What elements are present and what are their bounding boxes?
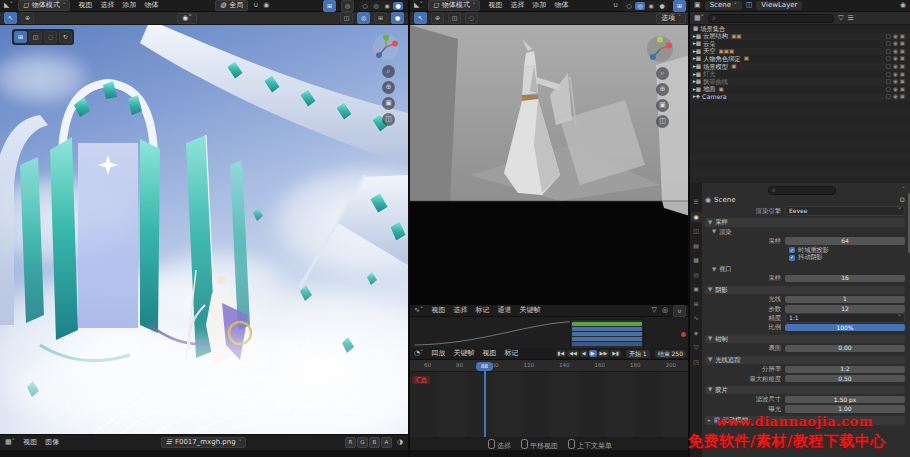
section-shadows[interactable]: ▼阴影 — [705, 286, 905, 295]
menu-item[interactable]: 通道 — [494, 306, 514, 315]
render-samples-field[interactable]: 64 — [785, 237, 905, 245]
display-settings-icon[interactable]: ◑ — [397, 439, 403, 446]
panel-divider[interactable] — [408, 0, 410, 457]
menu-item[interactable]: 视图 — [480, 349, 500, 358]
collection-icon[interactable]: ▸▦ — [693, 49, 701, 55]
properties-tab[interactable]: ▦ — [691, 255, 702, 265]
channel-toggle[interactable]: G — [357, 437, 368, 448]
menu-item[interactable]: 标记 — [472, 306, 492, 315]
nav-button[interactable]: ⌕ — [656, 67, 669, 80]
menu-item[interactable]: 选择 — [97, 1, 117, 10]
mode-dropdown[interactable]: ◻物体模式˅ — [18, 0, 71, 11]
tool-button[interactable]: ⊞ — [14, 31, 27, 43]
outliner-item-name[interactable]: 飘带曲线 — [703, 79, 728, 85]
graph-canvas[interactable] — [410, 317, 690, 349]
properties-tab[interactable]: ∿ — [691, 313, 702, 323]
outliner-item-name[interactable]: 人物角色绑定 — [703, 56, 741, 62]
menu-item[interactable]: 关键帧 — [516, 306, 543, 315]
chevron-down-icon[interactable]: ˅ — [902, 187, 905, 193]
steps-field[interactable]: 12 — [785, 305, 905, 313]
viewport-samples-field[interactable]: 16 — [785, 275, 905, 283]
shading-mode-button[interactable]: ◎ — [635, 2, 645, 10]
menu-item[interactable]: 回放 — [429, 349, 449, 358]
channel-row[interactable] — [572, 342, 642, 346]
section-raytracing[interactable]: ▼光线追踪 — [705, 356, 905, 365]
outliner-item-name[interactable]: 云朵 — [703, 41, 716, 47]
options-dropdown[interactable]: 选项˅ — [656, 13, 686, 24]
collection-icon[interactable]: ▸▦ — [693, 87, 701, 93]
collection-icon[interactable]: ▸▦ — [693, 64, 701, 70]
axis-gizmo[interactable] — [372, 33, 400, 61]
outliner-row[interactable]: ▸▦ 飘带曲线 ▢◉▣ — [690, 78, 910, 86]
shading-mode-button[interactable]: ○ — [624, 2, 634, 10]
playback-button[interactable]: ▶▶ — [598, 350, 610, 357]
menu-item[interactable]: 添加 — [119, 1, 139, 10]
visibility-toggles[interactable]: ▢◉▣ — [886, 72, 907, 78]
section-sampling[interactable]: ▼采样 — [705, 218, 905, 227]
pivot-dropdown[interactable]: ◉˅ — [177, 13, 197, 24]
image-name-dropdown[interactable]: ☰F0017_mxgh.png˅ — [161, 437, 247, 448]
properties-tab[interactable]: ⊞ — [691, 299, 702, 309]
proportional-edit-icon[interactable]: ◉ — [263, 2, 269, 9]
outliner-empty-area[interactable] — [690, 101, 910, 188]
scale-slider[interactable]: 100% — [785, 324, 905, 332]
new-collection-icon[interactable]: ☰ — [848, 15, 854, 22]
playback-button[interactable]: ◀ — [580, 350, 588, 357]
editor-type-icon[interactable]: ◣˅ — [414, 2, 423, 9]
properties-tab[interactable]: ◈ — [691, 328, 702, 338]
outliner-item-name[interactable]: 云层结构 — [703, 33, 728, 39]
section-clamp[interactable]: ▼钳制 — [705, 335, 905, 344]
viewlayer-selector[interactable]: ViewLayer — [756, 1, 802, 10]
shading-mode-button[interactable]: ◎ — [371, 2, 381, 10]
shading-mode-button[interactable]: ● — [657, 2, 667, 10]
visibility-toggles[interactable]: ▢◉▣ — [886, 94, 907, 100]
pin-icon[interactable]: ⊙ — [899, 197, 905, 204]
outliner-row[interactable]: ▸▦ 云层结构 ▣▣ ▢◉▣ — [690, 33, 910, 41]
measure-tool-icon[interactable]: ◫ — [448, 12, 461, 24]
shading-mode-button[interactable]: ◉ — [382, 2, 392, 10]
properties-tab[interactable]: ▣ — [691, 284, 702, 294]
resolution-field[interactable]: 1:2 — [785, 366, 905, 374]
playback-button[interactable]: ◀◀ — [567, 350, 579, 357]
collection-icon[interactable]: ▦ — [693, 26, 698, 32]
menu-item[interactable]: 视图 — [75, 1, 95, 10]
menu-item[interactable]: 选择 — [507, 1, 527, 10]
filter-size-field[interactable]: 1.50 px — [785, 396, 905, 404]
outliner-row[interactable]: ▸▦ 场景模型 ▣ ▢◉▣ — [690, 63, 910, 71]
tool-button[interactable]: ◌ — [44, 31, 57, 43]
playback-button[interactable]: ▮◀ — [556, 350, 567, 357]
subsection-render[interactable]: ▼渲染 — [709, 228, 905, 236]
render-preview-button[interactable]: ● — [391, 12, 404, 24]
outliner-item-name[interactable]: 场景模型 — [703, 64, 728, 70]
nav-button[interactable]: ◫ — [382, 113, 395, 126]
menu-item[interactable]: 标记 — [502, 349, 522, 358]
menu-item[interactable]: 视图 — [485, 1, 505, 10]
nav-button[interactable]: ⊕ — [382, 81, 395, 94]
nav-button[interactable]: ⌕ — [382, 65, 395, 78]
channel-row[interactable] — [572, 337, 642, 341]
render-view-canvas[interactable]: ⊞◫◌↻ ⌕⊕▣◫ — [0, 25, 408, 434]
collection-icon[interactable]: ▸▦ — [693, 56, 701, 62]
channel-toggle[interactable]: R — [345, 437, 356, 448]
cursor-tool-icon[interactable]: ⊕ — [21, 12, 34, 24]
rays-field[interactable]: 1 — [785, 296, 905, 304]
menu-item[interactable]: 选择 — [450, 306, 470, 315]
tool-button[interactable]: ◫ — [29, 31, 42, 43]
active-tool-icon[interactable]: ↖ — [414, 12, 427, 24]
visibility-toggles[interactable]: ▢◉▣ — [886, 56, 907, 62]
properties-tab[interactable]: ▽ — [691, 342, 702, 352]
normalize-icon[interactable]: ◎ — [662, 307, 668, 314]
summary-channel-label[interactable]: 汇总 — [412, 376, 430, 384]
visibility-toggles[interactable]: ▢◉▣ — [886, 87, 907, 93]
shading-mode-button[interactable]: ● — [393, 2, 403, 10]
channel-row[interactable] — [572, 332, 642, 336]
snap-magnet-icon[interactable]: ∪ — [613, 2, 618, 9]
show-overlays-button[interactable]: ◎ — [341, 0, 354, 12]
channel-toggle[interactable]: B — [369, 437, 380, 448]
outliner-item-name[interactable]: 场景集合 — [700, 26, 725, 32]
shading-mode-button[interactable]: ◉ — [646, 2, 656, 10]
menu-item[interactable]: 添加 — [529, 1, 549, 10]
cursor-tool-icon[interactable]: ⊕ — [431, 12, 444, 24]
overlay-toggle-button[interactable]: ⊞ — [374, 12, 387, 24]
nav-button[interactable]: ▣ — [656, 99, 669, 112]
